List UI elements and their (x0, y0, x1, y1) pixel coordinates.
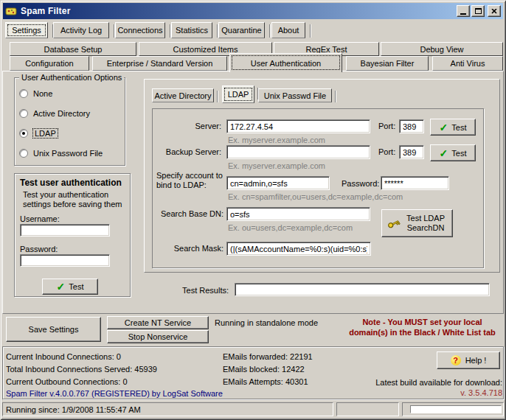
window-title: Spam Filter (21, 6, 455, 16)
key-icon (387, 218, 401, 229)
stat-current-outbound: Current Outbound Connections: 0 (6, 376, 128, 388)
app-window: Spam Filter Settings Activity Log Connec… (0, 0, 506, 420)
latest-build-version: v. 3.5.4.718 (460, 388, 502, 397)
tab-active-directory[interactable]: Active Directory (152, 88, 214, 102)
backup-port-field[interactable] (399, 145, 424, 159)
tab-connections[interactable]: Connections (115, 22, 165, 38)
minimize-icon (460, 13, 466, 15)
server-field[interactable] (226, 119, 370, 133)
check-icon: ✓ (440, 150, 448, 157)
radio-none-label: None (33, 89, 52, 98)
stat-value: 0 (117, 352, 121, 361)
maximize-button[interactable] (471, 5, 485, 17)
server-port-field[interactable] (399, 119, 424, 133)
stat-label: EMails Attempts: (223, 377, 283, 386)
server-test-button-label: Test (451, 123, 466, 132)
statusbar-panel-2 (336, 402, 399, 416)
help-icon: ? (451, 355, 461, 365)
close-button[interactable] (488, 5, 501, 17)
password-label: Password: (20, 245, 58, 253)
server-test-button[interactable]: ✓ Test (430, 119, 476, 136)
backup-test-button[interactable]: ✓ Test (430, 144, 476, 161)
tab-quarantine[interactable]: Quarantine (218, 22, 265, 38)
stat-emails-blocked: EMails blocked: 12422 (223, 363, 305, 376)
tab-enterprise-standard-version[interactable]: Enterprise / Standard Version (92, 56, 227, 71)
tab-anti-virus[interactable]: Anti Virus (432, 56, 503, 71)
radio-unix-password-file-icon (19, 149, 28, 158)
radio-active-directory-icon (19, 109, 28, 118)
stat-emails-attempts: EMails Attempts: 40301 (223, 376, 308, 388)
test-ldap-searchdn-button[interactable]: Test LDAP SearchDN (381, 209, 453, 237)
bind-account-field[interactable] (226, 176, 330, 190)
server-label: Server: (150, 122, 221, 130)
app-version-text: Spam Filter v.4.0.0.767 (REGISTERED) by … (6, 389, 223, 398)
stat-emails-forwarded: EMails forwarded: 22191 (223, 351, 313, 363)
username-field[interactable] (20, 224, 110, 237)
server-hint: Ex. myserver.example.com (228, 136, 325, 144)
test-ldap-searchdn-label: Test LDAP SearchDN (404, 214, 447, 233)
tab-settings[interactable]: Settings (5, 22, 48, 38)
stat-value: 22191 (290, 352, 313, 361)
tab-activity-log[interactable]: Activity Log (53, 22, 109, 38)
stat-label: EMails forwarded: (223, 352, 288, 361)
tab-user-authentication[interactable]: User Authentication (229, 53, 342, 72)
radio-ldap-label: LDAP (33, 129, 58, 138)
server-port-label: Port: (378, 122, 395, 130)
tab-configuration[interactable]: Configuration (10, 56, 89, 71)
search-base-label: Search Base DN: (150, 209, 223, 218)
save-settings-button[interactable]: Save Settings (6, 317, 101, 342)
test-auth-title: Test user authentication (20, 178, 122, 188)
bind-password-field[interactable] (381, 176, 449, 190)
stat-value: 0 (122, 377, 127, 386)
statusbar-running-since: Running since: 1/9/2008 11:55:47 AM (2, 402, 333, 416)
stat-value: 40301 (285, 377, 308, 386)
help-button-label: Help ! (465, 356, 487, 365)
bind-account-label: Specify account to bind to LDAP: (156, 171, 226, 190)
radio-ldap[interactable]: LDAP (19, 129, 58, 138)
radio-none-icon (19, 89, 28, 98)
check-icon: ✓ (57, 283, 66, 290)
stat-current-inbound: Current Inbound Connections: 0 (6, 351, 121, 363)
close-icon (491, 9, 497, 14)
stat-value: 12422 (282, 365, 305, 374)
domains-note: Note - You MUST set your local domain(s)… (343, 317, 502, 337)
create-nt-service-button[interactable]: Create NT Service (107, 316, 209, 329)
radio-unix-password-file[interactable]: Unix Password File (19, 149, 103, 158)
tab-database-setup[interactable]: Database Setup (10, 42, 136, 56)
radio-none[interactable]: None (19, 89, 52, 98)
statusbar-panel-3 (402, 402, 504, 416)
tab-debug-view[interactable]: Debug View (381, 42, 503, 56)
tab-ldap[interactable]: LDAP (222, 85, 254, 103)
search-mask-field[interactable] (226, 242, 371, 256)
tab-unix-passwd-file[interactable]: Unix Passwd File (258, 88, 332, 102)
backup-server-field[interactable] (226, 145, 370, 159)
backup-test-button-label: Test (451, 149, 466, 158)
statusbar-progress-area (410, 405, 502, 413)
tab-about[interactable]: About (271, 22, 305, 38)
test-auth-button-label: Test (69, 282, 83, 291)
radio-active-directory[interactable]: Active Directory (19, 109, 90, 118)
stat-label: EMails blocked: (223, 365, 280, 374)
stop-nonservice-button[interactable]: Stop Nonservice (107, 330, 209, 343)
minimize-button[interactable] (457, 5, 470, 17)
standalone-mode-text: Running in standalone mode (215, 318, 318, 327)
radio-active-directory-label: Active Directory (33, 109, 90, 118)
password-field[interactable] (20, 254, 110, 267)
tab-bayesian-filter[interactable]: Bayesian Filter (346, 56, 429, 71)
backup-server-hint: Ex. myserver.example.com (228, 161, 325, 170)
help-button[interactable]: ? Help ! (437, 351, 500, 369)
stat-value: 45939 (134, 365, 157, 374)
username-label: Username: (20, 214, 60, 223)
radio-ldap-icon (19, 129, 28, 138)
tab-statistics[interactable]: Statistics (171, 22, 212, 38)
bind-password-label: Password: (342, 179, 379, 188)
stat-label: Total Inbound Connections Served: (6, 365, 132, 374)
test-auth-button[interactable]: ✓ Test (42, 279, 98, 295)
search-base-field[interactable] (226, 207, 370, 221)
backup-server-label: Backup Server: (150, 147, 221, 156)
stat-label: Current Outbound Connections: (6, 377, 120, 386)
test-results-label: Test Results: (155, 286, 229, 295)
test-results-field[interactable] (235, 283, 490, 296)
latest-build-label: Latest build available for download: (375, 378, 502, 387)
bind-account-hint: Ex. cn=spamfilter,ou=users,dc=example,dc… (228, 192, 403, 201)
